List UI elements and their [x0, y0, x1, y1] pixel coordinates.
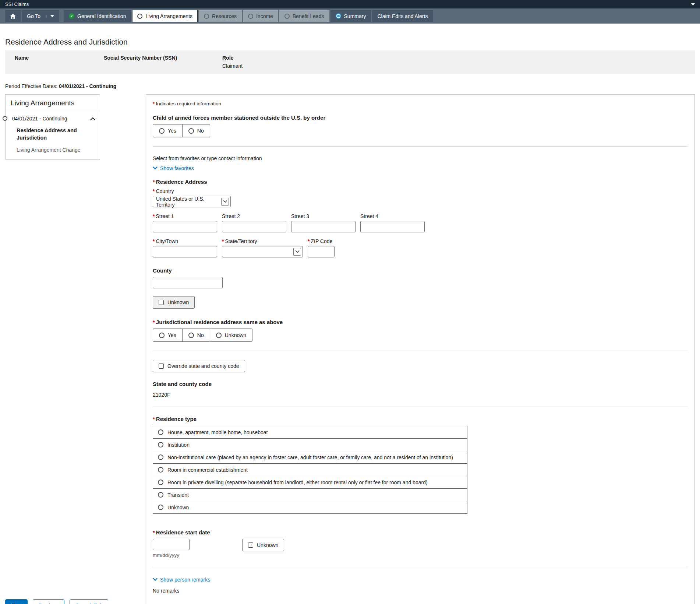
required-asterisk: *	[153, 416, 155, 422]
radio-ring-icon	[204, 14, 209, 19]
armed-forces-yes-radio[interactable]: Yes	[153, 124, 182, 137]
tab-income[interactable]: Income	[243, 10, 278, 22]
state-select[interactable]	[222, 246, 303, 257]
residence-start-date-input[interactable]	[153, 539, 190, 550]
period-label: Period Effective Dates:	[5, 83, 57, 89]
required-asterisk: *	[153, 188, 155, 194]
radio-icon	[158, 429, 163, 435]
jurisdiction-no-radio[interactable]: No	[182, 329, 210, 341]
street2-input[interactable]	[222, 221, 286, 232]
role-value: Claimant	[222, 63, 243, 69]
tab-benefit-leads[interactable]: Benefit Leads	[279, 10, 329, 22]
country-label: *Country	[153, 188, 688, 194]
go-to-dropdown[interactable]: Go To	[22, 10, 59, 22]
checkbox-icon	[248, 542, 253, 548]
required-asterisk: *	[308, 238, 310, 244]
tab-resources[interactable]: Resources	[199, 10, 242, 22]
city-input[interactable]	[153, 246, 217, 257]
county-unknown-checkbox[interactable]: Unknown	[153, 296, 195, 309]
residence-type-option-private-dwelling[interactable]: Room in private dwelling (separate house…	[153, 476, 467, 489]
street4-label: Street 4	[360, 213, 425, 219]
country-select[interactable]: United States or U.S. Territory	[153, 196, 231, 207]
radio-icon	[216, 333, 222, 338]
jurisdiction-radio-group: Yes No Unknown	[153, 329, 252, 342]
tab-general-identification[interactable]: General Identification	[64, 10, 131, 22]
city-label: *City/Town	[153, 238, 217, 244]
show-person-remarks-link[interactable]: Show person remarks	[153, 577, 210, 583]
tab-claim-edits-and-alerts[interactable]: Claim Edits and Alerts	[372, 10, 433, 22]
tab-label: Income	[256, 13, 273, 19]
show-favorites-link[interactable]: Show favorites	[153, 165, 194, 171]
county-label: County	[153, 267, 688, 274]
residence-type-option-house[interactable]: House, apartment, mobile home, houseboat	[153, 426, 467, 439]
home-icon	[10, 14, 16, 19]
next-button[interactable]: Next	[5, 599, 28, 604]
tab-label: Claim Edits and Alerts	[377, 13, 428, 19]
residence-type-option-institution[interactable]: Institution	[153, 438, 467, 451]
jurisdiction-question-label: *Jurisdictional residence address same a…	[153, 319, 688, 325]
save-exit-button[interactable]: Save & Exit	[70, 599, 108, 604]
date-format-hint: mm/dd/yyyy	[153, 552, 190, 558]
jurisdiction-unknown-radio[interactable]: Unknown	[210, 329, 252, 341]
start-date-unknown-checkbox[interactable]: Unknown	[242, 539, 284, 551]
tab-living-arrangements[interactable]: Living Arrangements	[132, 10, 198, 22]
home-button[interactable]	[5, 10, 21, 22]
section-divider	[153, 407, 688, 407]
radio-icon	[188, 333, 194, 338]
role-label: Role	[222, 55, 243, 61]
period-effective-dates: Period Effective Dates: 04/01/2021 - Con…	[5, 83, 695, 89]
tab-label: Resources	[212, 13, 237, 19]
required-asterisk: *	[153, 101, 155, 106]
street4-input[interactable]	[360, 221, 425, 232]
county-input[interactable]	[153, 277, 223, 288]
period-value: 04/01/2021 - Continuing	[59, 83, 116, 89]
state-label: *State/Territory	[222, 238, 303, 244]
select-chevron-icon	[221, 198, 229, 206]
period-radio-icon	[3, 116, 7, 121]
jurisdiction-yes-radio[interactable]: Yes	[153, 329, 182, 341]
required-asterisk: *	[153, 529, 155, 535]
zip-input[interactable]	[308, 246, 335, 257]
radio-icon	[188, 128, 194, 134]
favorites-instruction: Select from favorites or type contact in…	[153, 155, 688, 161]
residence-type-list: House, apartment, mobile home, houseboat…	[153, 426, 688, 514]
section-divider	[153, 146, 688, 147]
go-to-caret-icon	[46, 15, 54, 17]
window-menu-caret-icon[interactable]	[691, 3, 695, 6]
armed-forces-question-label: Child of armed forces member stationed o…	[153, 115, 688, 121]
residence-type-option-transient[interactable]: Transient	[153, 488, 467, 501]
required-information-note: *Indicates required information	[153, 101, 688, 106]
previous-button[interactable]: Previous	[33, 599, 64, 604]
radio-ring-icon	[248, 14, 253, 19]
main-navbar: Go To General Identification Living Arra…	[0, 8, 700, 24]
armed-forces-no-radio[interactable]: No	[182, 124, 210, 137]
radio-icon	[159, 128, 165, 134]
remarks-empty-text: No remarks	[153, 588, 688, 594]
override-state-county-checkbox[interactable]: Override state and county code	[153, 360, 245, 372]
country-selected-value: United States or U.S. Territory	[156, 196, 221, 208]
street1-input[interactable]	[153, 221, 217, 232]
tab-summary[interactable]: Summary	[330, 10, 371, 22]
sidebar-item-residence-address[interactable]: Residence Address and Jurisdiction	[17, 127, 95, 142]
chevron-down-icon	[153, 166, 158, 170]
section-divider	[153, 567, 688, 567]
sidebar-item-living-arrangement-change[interactable]: Living Arrangement Change	[17, 147, 95, 153]
radio-icon	[158, 505, 163, 510]
tab-label: General Identification	[77, 13, 126, 19]
residence-address-heading: *Residence Address	[153, 179, 688, 185]
residence-form-card: *Indicates required information Child of…	[146, 94, 695, 604]
radio-icon	[158, 442, 163, 447]
residence-type-option-unknown[interactable]: Unknown	[153, 501, 467, 514]
chevron-up-icon	[90, 117, 95, 120]
radio-icon	[158, 454, 163, 460]
street3-input[interactable]	[291, 221, 356, 232]
radio-icon	[158, 480, 163, 485]
residence-type-option-non-institutional-care[interactable]: Non-institutional care (placed by an age…	[153, 451, 467, 464]
residence-type-option-commercial[interactable]: Room in commercial establishment	[153, 463, 467, 476]
street2-label: Street 2	[222, 213, 286, 219]
sidebar-period-accordion[interactable]: 04/01/2021 - Continuing	[6, 111, 100, 125]
sidebar-title: Living Arrangements	[6, 95, 100, 111]
required-asterisk: *	[153, 213, 155, 219]
zip-label: *ZIP Code	[308, 238, 335, 244]
radio-icon	[158, 492, 163, 498]
